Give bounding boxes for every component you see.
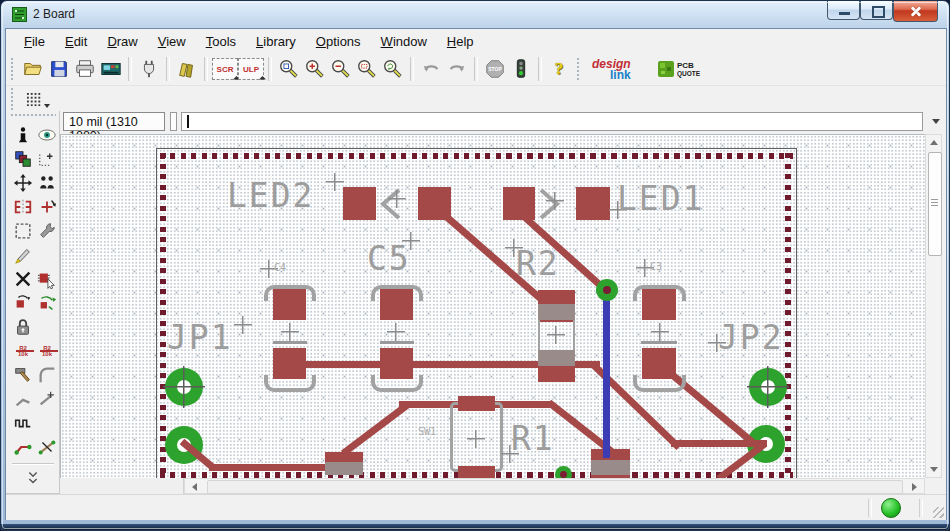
menu-view[interactable]: View xyxy=(148,32,196,51)
zoom-out-button[interactable] xyxy=(328,56,354,82)
tool-cut-button[interactable] xyxy=(12,244,34,266)
title-bar[interactable]: 2 Board xyxy=(1,1,949,28)
tool-lock-button[interactable] xyxy=(12,316,34,338)
component-body[interactable] xyxy=(325,462,363,475)
drc-status-light[interactable] xyxy=(881,498,901,518)
r2-body[interactable] xyxy=(538,304,575,320)
board-label-led2[interactable]: LED2 xyxy=(227,179,314,212)
h-scrollbar-thumb[interactable] xyxy=(207,480,903,494)
board-edge-top[interactable] xyxy=(160,153,793,159)
palette-grip[interactable] xyxy=(10,113,56,118)
board-label-c3[interactable]: C3 xyxy=(650,262,662,272)
r2-origin-cross[interactable] xyxy=(547,326,565,344)
r2-body[interactable] xyxy=(538,350,575,366)
board-trace[interactable] xyxy=(209,464,329,471)
board-label-c5[interactable]: C5 xyxy=(367,242,411,275)
menu-options[interactable]: Options xyxy=(306,32,371,51)
board-label-jp2[interactable]: JP2 xyxy=(718,321,784,354)
via[interactable] xyxy=(555,466,572,478)
c3-pad[interactable] xyxy=(642,289,676,320)
tool-rotate-button[interactable] xyxy=(36,196,58,218)
save-button[interactable] xyxy=(46,56,72,82)
v-scrollbar-thumb[interactable] xyxy=(928,152,942,256)
scroll-down-arrow[interactable] xyxy=(930,467,938,472)
origin-cross[interactable] xyxy=(546,192,564,210)
c4-silkscreen[interactable] xyxy=(264,375,316,392)
toolbar-grip[interactable] xyxy=(10,57,15,81)
menu-edit[interactable]: Edit xyxy=(55,32,97,51)
c4-origin-cross[interactable] xyxy=(281,323,299,341)
sw1-pad[interactable] xyxy=(458,466,495,478)
tool-move-button[interactable] xyxy=(12,172,34,194)
tool-change-button[interactable] xyxy=(36,220,58,242)
open-button[interactable] xyxy=(20,56,46,82)
tool-show-button[interactable] xyxy=(36,124,58,146)
board-label-sw1[interactable]: SW1 xyxy=(418,427,436,437)
command-history-dropdown[interactable] xyxy=(932,119,940,124)
jp2-pad-1[interactable] xyxy=(749,368,787,406)
board-edge-right[interactable] xyxy=(785,153,791,476)
led1-pad[interactable] xyxy=(576,187,610,220)
board-schematic-button[interactable] xyxy=(136,56,162,82)
sw1-pad[interactable] xyxy=(458,396,495,411)
scroll-up-arrow[interactable] xyxy=(930,140,938,145)
go-button[interactable] xyxy=(508,56,534,82)
tool-optimize-button[interactable] xyxy=(36,388,58,410)
origin-cross[interactable] xyxy=(388,190,406,208)
board-label-c4[interactable]: C4 xyxy=(274,263,286,273)
bottom-layer-trace[interactable] xyxy=(603,290,610,458)
via[interactable] xyxy=(596,279,618,301)
zoom-redraw-button[interactable] xyxy=(380,56,406,82)
minimize-button[interactable] xyxy=(827,1,860,20)
tool-route-button[interactable] xyxy=(12,436,34,458)
menu-window[interactable]: Window xyxy=(371,32,437,51)
board-label-led1[interactable]: LED1 xyxy=(617,182,704,215)
menu-library[interactable]: Library xyxy=(246,32,306,51)
designlink-button[interactable]: designlink xyxy=(592,57,644,82)
c5-pad[interactable] xyxy=(380,289,413,320)
r1-body[interactable] xyxy=(591,460,630,475)
tool-delete-button[interactable] xyxy=(12,268,34,290)
board-label-jp1[interactable]: JP1 xyxy=(167,321,233,354)
more-tools-button[interactable] xyxy=(22,467,44,489)
board-edge-left[interactable] xyxy=(160,153,166,476)
tool-replace-button[interactable] xyxy=(36,292,58,314)
men u-draw[interactable]: Draw xyxy=(97,32,147,51)
zoom-fit-button[interactable] xyxy=(276,56,302,82)
run-ulp-button[interactable]: ULP xyxy=(238,56,264,82)
command-input[interactable] xyxy=(181,112,923,131)
tool-split-button[interactable] xyxy=(12,388,34,410)
tool-mirror-button[interactable] xyxy=(12,196,34,218)
tool-display-button[interactable] xyxy=(12,148,34,170)
tool-add-button[interactable] xyxy=(36,268,58,290)
tool-pinswap-button[interactable] xyxy=(12,292,34,314)
v-scrollbar[interactable] xyxy=(925,134,942,478)
board-label-r1[interactable]: R1 xyxy=(511,422,555,455)
menu-tools[interactable]: Tools xyxy=(196,32,246,51)
c5-silkscreen[interactable] xyxy=(371,375,423,392)
undo-button[interactable] xyxy=(418,56,444,82)
scroll-right-arrow[interactable] xyxy=(912,483,917,491)
maximize-button[interactable] xyxy=(860,1,893,20)
help-button[interactable]: ? xyxy=(546,56,572,82)
close-button[interactable] xyxy=(893,1,938,22)
origin-cross[interactable] xyxy=(326,173,344,191)
tool-name-button[interactable]: R210k xyxy=(12,340,34,362)
grid-settings-button[interactable] xyxy=(26,92,42,106)
toolbar-grip[interactable] xyxy=(576,57,581,81)
board-trace[interactable] xyxy=(341,403,409,457)
menu-file[interactable]: File xyxy=(14,32,55,51)
menu-help[interactable]: Help xyxy=(437,32,484,51)
tool-mark-button[interactable] xyxy=(36,148,58,170)
redo-button[interactable] xyxy=(444,56,470,82)
c3-origin-cross[interactable] xyxy=(651,323,669,341)
sw1-origin-cross[interactable] xyxy=(467,430,485,448)
tool-group-button[interactable] xyxy=(12,220,34,242)
board-canvas[interactable]: LED2 LED1 C5 R2 JP1 JP2 R1 C4 C3 SW1 xyxy=(60,134,925,478)
jp1-pad-1[interactable] xyxy=(165,368,203,406)
led1-pad[interactable] xyxy=(503,187,535,220)
resize-grip[interactable] xyxy=(933,507,944,518)
tool-value-button[interactable]: R210k xyxy=(36,340,58,362)
board-label-r2[interactable]: R2 xyxy=(516,247,560,280)
pcbquote-button[interactable]: PCBQUOTE xyxy=(658,61,700,77)
